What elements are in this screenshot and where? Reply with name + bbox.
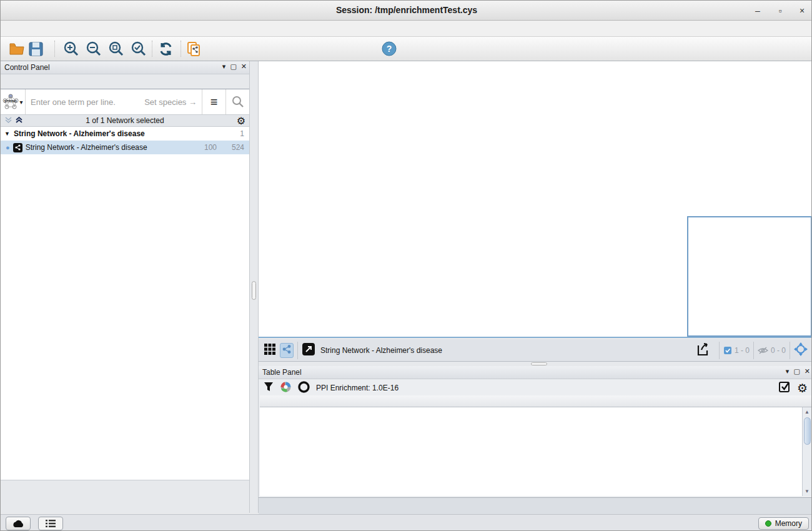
toolbar-separator: [753, 342, 754, 359]
splitter-handle[interactable]: [252, 281, 256, 300]
menu-bar: [1, 21, 812, 37]
panel-float-icon[interactable]: ▢: [230, 62, 236, 71]
main-toolbar: ?: [1, 37, 812, 61]
collection-expand-icon[interactable]: ▼: [4, 131, 10, 137]
string-options-icon[interactable]: ≡: [202, 89, 225, 114]
toolbar-separator: [152, 41, 152, 57]
toolbar-separator: [790, 342, 790, 359]
birdseye-view[interactable]: [687, 216, 812, 337]
network-view-toolbar: String Network - Alzheimer's disease 1 -…: [259, 339, 812, 362]
toolbar-separator: [54, 41, 55, 57]
string-input-placeholder: Enter one term per line.: [31, 97, 116, 107]
panel-menu-icon[interactable]: ▾: [786, 367, 790, 375]
ppi-enrichment-text: PPI Enrichment: 1.0E-16: [316, 384, 399, 392]
network-collection-row[interactable]: ▼ String Network - Alzheimer's disease 1: [1, 127, 249, 141]
string-search-icon[interactable]: [225, 89, 249, 114]
close-button[interactable]: ×: [793, 3, 811, 18]
table-header-row: [260, 395, 811, 407]
collection-count: 1: [240, 129, 244, 138]
memory-status-dot: [765, 520, 771, 527]
table-browser-tabs: [259, 497, 812, 514]
scroll-up-arrow[interactable]: ▲: [803, 408, 811, 416]
zoom-in-icon[interactable]: [62, 41, 79, 57]
enrichment-table: ▲ ▼: [260, 395, 811, 496]
cloud-tasks-button[interactable]: [6, 517, 31, 530]
vertical-splitter[interactable]: [250, 61, 259, 513]
select-columns-icon[interactable]: [778, 380, 791, 395]
zoom-selected-icon[interactable]: [130, 41, 147, 57]
control-panel-tabs: [1, 74, 249, 89]
network-row-selected[interactable]: ● String Network - Alzheimer's disease 1…: [1, 141, 249, 154]
minimize-button[interactable]: –: [748, 3, 767, 18]
svg-text:STRING: STRING: [4, 99, 17, 103]
ring-chart-icon[interactable]: [298, 381, 310, 395]
refresh-icon[interactable]: [157, 41, 174, 57]
selected-count-badge: 1 - 0: [723, 346, 750, 355]
panel-menu-icon[interactable]: ▾: [222, 62, 226, 71]
splitter-handle[interactable]: [531, 362, 547, 365]
title-bar: Session: /tmp/enrichmentTest.cys – ▫ ×: [1, 1, 812, 21]
share-view-icon[interactable]: [280, 343, 294, 358]
table-settings-gear-icon[interactable]: ⚙: [797, 381, 808, 395]
network-view-title: String Network - Alzheimer's disease: [320, 346, 695, 355]
network-tree: ▼ String Network - Alzheimer's disease 1…: [1, 127, 249, 480]
zoom-fit-icon[interactable]: [107, 41, 124, 57]
memory-label: Memory: [775, 519, 802, 528]
collection-name: String Network - Alzheimer's disease: [14, 129, 145, 138]
network-node-count: 100: [204, 143, 217, 152]
hidden-count-badge: 0 - 0: [758, 346, 786, 355]
string-network-badge-icon: [13, 143, 22, 152]
table-panel-header: Table Panel ▾ ▢ ✕: [259, 366, 812, 379]
scrollbar-thumb[interactable]: [804, 417, 811, 445]
maximize-button[interactable]: ▫: [771, 3, 790, 18]
string-term-input[interactable]: Enter one term per line. Set species →: [26, 97, 202, 107]
string-logo-icon[interactable]: STRING ▾: [1, 89, 26, 114]
selection-count-text: 1 of 1 Network selected: [1, 116, 249, 125]
current-network-dot-icon: ●: [6, 144, 10, 151]
table-vertical-scrollbar[interactable]: ▲ ▼: [802, 407, 811, 496]
zoom-out-icon[interactable]: [85, 41, 102, 57]
detach-view-icon[interactable]: [302, 342, 315, 359]
network-name: String Network - Alzheimer's disease: [26, 143, 147, 152]
table-panel: Table Panel ▾ ▢ ✕ PPI Enrichment: 1.0E-1…: [259, 366, 812, 497]
horizontal-splitter[interactable]: [259, 362, 812, 366]
status-bar: Memory: [1, 514, 812, 531]
navigate-compass-icon[interactable]: [794, 342, 808, 359]
toolbar-separator: [719, 342, 720, 359]
network-selection-bar: 1 of 1 Network selected ⚙: [1, 115, 249, 127]
network-edge-count: 524: [232, 143, 244, 152]
memory-button[interactable]: Memory: [758, 517, 809, 530]
species-hint: Set species →: [144, 97, 197, 107]
clone-network-icon[interactable]: [186, 41, 202, 57]
toolbar-separator: [181, 41, 181, 57]
string-dropdown-arrow[interactable]: ▾: [19, 99, 22, 106]
task-list-button[interactable]: [38, 517, 63, 530]
svg-text:?: ?: [387, 44, 392, 54]
scroll-down-arrow[interactable]: ▼: [803, 487, 811, 495]
control-panel: Control Panel ▾ ▢ ✕ STRING ▾ Enter one t…: [1, 61, 250, 513]
panel-close-icon[interactable]: ✕: [805, 367, 810, 375]
open-session-icon[interactable]: [9, 41, 26, 57]
control-panel-title: Control Panel: [4, 63, 50, 72]
export-network-icon[interactable]: [695, 342, 710, 359]
panel-close-icon[interactable]: ✕: [241, 62, 247, 71]
control-panel-header: Control Panel ▾ ▢ ✕: [1, 61, 249, 74]
save-session-icon[interactable]: [27, 41, 44, 57]
network-canvas[interactable]: [259, 61, 812, 338]
toolbar-separator: [297, 342, 298, 359]
panel-float-icon[interactable]: ▢: [793, 367, 800, 375]
enrichment-toolbar: PPI Enrichment: 1.0E-16 ⚙: [259, 379, 812, 397]
enrichment-chart-icon[interactable]: [280, 381, 292, 395]
grid-view-icon[interactable]: [264, 343, 276, 358]
network-options-gear-icon[interactable]: ⚙: [237, 115, 245, 127]
string-query-bar: STRING ▾ Enter one term per line. Set sp…: [1, 89, 249, 115]
app-window: Session: /tmp/enrichmentTest.cys – ▫ ×: [0, 0, 812, 531]
filter-icon[interactable]: [264, 382, 274, 395]
table-panel-title: Table Panel: [262, 368, 302, 377]
help-icon[interactable]: ?: [381, 41, 398, 57]
window-title: Session: /tmp/enrichmentTest.cys: [1, 5, 812, 15]
